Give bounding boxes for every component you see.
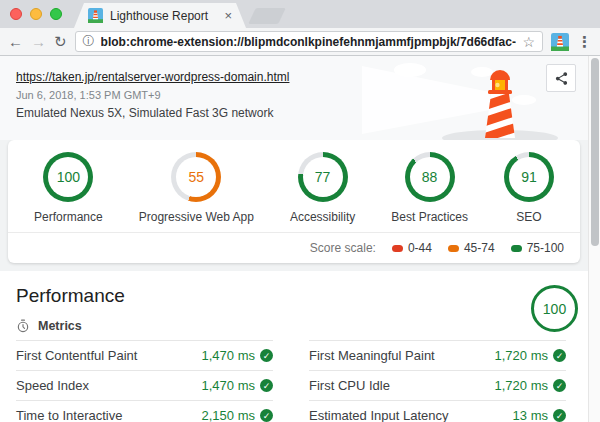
minimize-window-button[interactable] xyxy=(30,8,42,20)
scrollbar-thumb[interactable] xyxy=(591,58,599,246)
new-tab-button[interactable] xyxy=(248,8,285,24)
metric-label: Estimated Input Latency xyxy=(309,408,448,422)
gauge-value: 91 xyxy=(521,169,537,185)
scale-range-item: 0-44 xyxy=(392,241,432,255)
stopwatch-icon xyxy=(16,319,30,333)
score-gauges: 100 Performance 55 Progressive Web App 7… xyxy=(8,140,580,232)
metric-row: First Meaningful Paint 1,720 ms ✓ xyxy=(309,340,566,370)
metric-label: First Meaningful Paint xyxy=(309,348,435,363)
gauge-value: 55 xyxy=(189,169,205,185)
metric-label: Speed Index xyxy=(16,378,89,393)
browser-menu-icon[interactable]: ⋮ xyxy=(577,33,592,51)
metric-row: Speed Index 1,470 ms ✓ xyxy=(16,370,273,400)
gauge-label: Performance xyxy=(34,210,103,224)
gauge-label: SEO xyxy=(516,210,541,224)
gauge-value: 100 xyxy=(57,169,80,185)
browser-toolbar: ← → ↻ ⓘ blob:chrome-extension://blipmdco… xyxy=(0,28,600,56)
gauge-label: Best Practices xyxy=(391,210,468,224)
scale-range-item: 45-74 xyxy=(448,241,495,255)
test-environment: Emulated Nexus 5X, Simulated Fast 3G net… xyxy=(16,106,572,120)
gauge-value: 88 xyxy=(422,169,438,185)
tab-strip: Lighthouse Report × xyxy=(0,0,600,28)
check-icon: ✓ xyxy=(553,409,566,422)
tab-title: Lighthouse Report xyxy=(110,9,217,23)
back-icon[interactable]: ← xyxy=(8,34,23,49)
score-gauge-item[interactable]: 100 Performance xyxy=(34,152,103,224)
scrollbar-track[interactable] xyxy=(588,56,600,422)
metric-value: 13 ms xyxy=(513,408,548,422)
metric-value: 1,470 ms xyxy=(202,378,255,393)
scale-dot xyxy=(511,245,522,252)
reload-icon[interactable]: ↻ xyxy=(54,34,67,49)
score-scale-row: Score scale: 0-44 45-74 75-100 xyxy=(8,232,580,263)
gauge-ring: 77 xyxy=(298,152,348,202)
gauge-ring: 91 xyxy=(504,152,554,202)
performance-section: Performance 100 Metrics First Contentful… xyxy=(0,271,588,422)
tab-close-icon[interactable]: × xyxy=(224,8,232,23)
metric-value: 1,470 ms xyxy=(202,348,255,363)
browser-tab[interactable]: Lighthouse Report × xyxy=(74,3,246,28)
window-controls xyxy=(0,8,74,28)
tested-page-link[interactable]: https://taken.jp/rentalserver-wordpress-… xyxy=(16,70,289,84)
performance-section-gauge: 100 xyxy=(531,285,578,332)
close-window-button[interactable] xyxy=(10,8,22,20)
scale-range-label: 45-74 xyxy=(464,241,495,255)
check-icon: ✓ xyxy=(553,379,566,392)
check-icon: ✓ xyxy=(553,349,566,362)
metric-value: 1,720 ms xyxy=(495,348,548,363)
browser-window: Lighthouse Report × ← → ↻ ⓘ blob:chrome-… xyxy=(0,0,600,422)
score-gauge-item[interactable]: 91 SEO xyxy=(504,152,554,224)
scale-dot xyxy=(392,245,403,252)
scale-range-label: 75-100 xyxy=(527,241,564,255)
report-header: https://taken.jp/rentalserver-wordpress-… xyxy=(0,56,588,140)
share-icon xyxy=(554,71,569,86)
scale-range-item: 75-100 xyxy=(511,241,564,255)
report-main: https://taken.jp/rentalserver-wordpress-… xyxy=(0,56,588,422)
metric-row: Time to Interactive 2,150 ms ✓ xyxy=(16,400,273,422)
lighthouse-extension-icon[interactable] xyxy=(551,33,569,51)
metric-row: First CPU Idle 1,720 ms ✓ xyxy=(309,370,566,400)
check-icon: ✓ xyxy=(260,409,273,422)
gauge-ring: 88 xyxy=(405,152,455,202)
share-button[interactable] xyxy=(546,64,576,92)
metrics-header: Metrics xyxy=(0,319,588,333)
metric-row: Estimated Input Latency 13 ms ✓ xyxy=(309,400,566,422)
page-content: https://taken.jp/rentalserver-wordpress-… xyxy=(0,56,600,422)
performance-section-score: 100 xyxy=(543,301,566,317)
scale-ranges: 0-44 45-74 75-100 xyxy=(392,241,564,255)
metric-value: 1,720 ms xyxy=(495,378,548,393)
page-info-icon[interactable]: ⓘ xyxy=(83,33,95,50)
metric-value: 2,150 ms xyxy=(202,408,255,422)
metric-label: First Contentful Paint xyxy=(16,348,137,363)
address-bar[interactable]: ⓘ blob:chrome-extension://blipmdconlkpin… xyxy=(75,31,543,52)
score-scale-label: Score scale: xyxy=(310,241,376,255)
lighthouse-favicon xyxy=(88,8,103,23)
scale-range-label: 0-44 xyxy=(408,241,432,255)
metric-row: First Contentful Paint 1,470 ms ✓ xyxy=(16,340,273,370)
forward-icon[interactable]: → xyxy=(31,34,46,49)
gauge-label: Progressive Web App xyxy=(139,210,254,224)
scores-card: 100 Performance 55 Progressive Web App 7… xyxy=(8,140,580,263)
check-icon: ✓ xyxy=(260,379,273,392)
metrics-list: First Contentful Paint 1,470 ms ✓ First … xyxy=(0,340,588,422)
metric-label: Time to Interactive xyxy=(16,408,122,422)
gauge-ring: 55 xyxy=(171,152,221,202)
gauge-label: Accessibility xyxy=(290,210,355,224)
zoom-window-button[interactable] xyxy=(50,8,62,20)
gauge-value: 77 xyxy=(315,169,331,185)
bookmark-star-icon[interactable]: ☆ xyxy=(522,34,535,50)
score-gauge-item[interactable]: 55 Progressive Web App xyxy=(139,152,254,224)
check-icon: ✓ xyxy=(260,349,273,362)
score-gauge-item[interactable]: 88 Best Practices xyxy=(391,152,468,224)
report-timestamp: Jun 6, 2018, 1:53 PM GMT+9 xyxy=(16,89,572,101)
scale-dot xyxy=(448,245,459,252)
metric-label: First CPU Idle xyxy=(309,378,390,393)
gauge-ring: 100 xyxy=(43,152,93,202)
metrics-header-label: Metrics xyxy=(38,319,82,333)
performance-section-title: Performance xyxy=(0,285,588,307)
score-gauge-item[interactable]: 77 Accessibility xyxy=(290,152,355,224)
url-text: blob:chrome-extension://blipmdconlkpinef… xyxy=(101,35,517,49)
